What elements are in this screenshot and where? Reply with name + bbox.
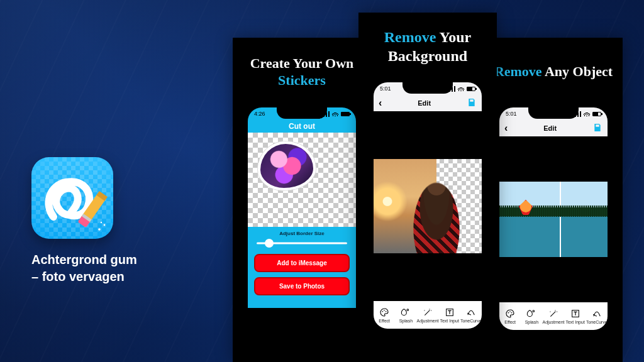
tool-label: Text Input — [440, 319, 458, 323]
tool-text-input[interactable]: Text Input — [439, 301, 460, 329]
tool-splash[interactable]: Splash — [395, 301, 416, 329]
tool-effect[interactable]: Effect — [374, 301, 395, 329]
headline-highlight: Stickers — [278, 72, 326, 88]
controls-panel: Adjust Border Size Add to iMessage Save … — [248, 227, 356, 308]
tool-label: Splash — [399, 319, 413, 323]
phone-notch — [528, 107, 579, 119]
app-name: Achtergrond gum — [31, 253, 137, 266]
promo-card-background: Remove Your Background 5:01 ‹ Edit — [358, 13, 497, 362]
wand-icon — [548, 309, 558, 319]
canvas-area[interactable] — [499, 136, 608, 302]
tool-adjustment[interactable]: Adjustment — [417, 301, 439, 329]
status-time: 5:01 — [380, 85, 391, 92]
sticker-preview[interactable] — [258, 141, 316, 190]
screen-title: Edit — [543, 124, 557, 132]
text-icon — [445, 307, 455, 317]
app-info: Achtergrond gum – foto vervagen — [31, 157, 195, 285]
headline-text: Create Your Own — [250, 55, 354, 71]
treeline — [499, 206, 608, 217]
headline-text: Any Object — [542, 63, 613, 79]
tool-splash[interactable]: Splash — [521, 302, 542, 330]
slider-label: Adjust Border Size — [254, 231, 350, 236]
save-icon[interactable] — [592, 123, 602, 134]
curve-icon — [592, 309, 602, 319]
tool-text-input[interactable]: Text Input — [565, 302, 586, 330]
app-icon — [31, 157, 113, 239]
tool-adjustment[interactable]: Adjustment — [543, 302, 565, 330]
app-subtitle: – foto vervagen — [31, 270, 125, 283]
screen-title: Edit — [418, 99, 431, 107]
screenshots-row: Create Your Own Stickers 4:26 Cut out Ad… — [233, 13, 629, 362]
tool-label: Text Input — [565, 320, 584, 324]
svg-point-15 — [533, 310, 535, 312]
tool-label: Effect — [379, 319, 390, 323]
edit-header: ‹ Edit — [499, 120, 608, 136]
border-size-slider[interactable] — [257, 238, 347, 249]
bottom-toolbar: Effect Splash Adjustment Text Input Tone… — [374, 301, 482, 329]
splash-icon — [401, 307, 411, 317]
tool-label: Adjustment — [543, 320, 565, 324]
back-button[interactable]: ‹ — [504, 123, 508, 134]
save-icon[interactable] — [467, 97, 477, 109]
photo-with-removed-bg — [374, 159, 482, 253]
splash-icon — [526, 309, 536, 319]
back-button[interactable]: ‹ — [379, 97, 382, 109]
canvas-area[interactable] — [374, 111, 482, 301]
screen-title: Cut out — [248, 120, 356, 133]
headline: Remove Any Object — [492, 47, 615, 96]
text-icon — [570, 309, 580, 319]
svg-point-9 — [386, 310, 387, 312]
edit-header: ‹ Edit — [374, 95, 482, 111]
phone-mockup: 4:26 Cut out Adjust Border Size Add to i… — [243, 102, 361, 335]
palette-icon — [379, 307, 389, 317]
svg-point-5 — [104, 224, 106, 226]
curve-icon — [466, 307, 476, 317]
tool-tonecurve[interactable]: ToneCurve — [586, 302, 608, 330]
battery-icon — [341, 112, 350, 116]
wifi-icon — [584, 111, 590, 116]
save-to-photos-button[interactable]: Save to Photos — [254, 277, 350, 295]
slider-thumb[interactable] — [265, 239, 274, 248]
svg-point-7 — [382, 310, 384, 312]
app-icon-glyph — [31, 157, 113, 239]
battery-icon — [592, 112, 601, 116]
promo-card-object: Remove Any Object 5:01 ‹ Edit — [484, 38, 623, 362]
tool-tonecurve[interactable]: ToneCurve — [460, 301, 482, 329]
svg-point-4 — [98, 228, 101, 231]
tool-effect[interactable]: Effect — [499, 302, 521, 330]
bottom-toolbar: Effect Splash Adjustment Text Input Tone… — [499, 302, 608, 330]
svg-point-14 — [511, 312, 513, 313]
headline: Remove Your Background — [366, 22, 489, 71]
svg-point-13 — [509, 311, 511, 312]
tool-label: Splash — [525, 320, 538, 324]
wifi-icon — [332, 111, 338, 116]
headline: Create Your Own Stickers — [240, 47, 364, 96]
photo-compare — [499, 182, 608, 257]
status-time: 4:26 — [254, 111, 265, 117]
phone-mockup: 5:01 ‹ Edit Effect — [369, 77, 487, 334]
tool-label: ToneCurve — [586, 320, 608, 324]
wifi-icon — [458, 86, 464, 91]
wand-icon — [423, 307, 433, 317]
app-title: Achtergrond gum – foto vervagen — [31, 251, 195, 285]
battery-icon — [467, 87, 475, 91]
phone-notch — [277, 107, 327, 119]
svg-point-10 — [407, 309, 409, 310]
tool-label: Effect — [504, 320, 516, 324]
promo-card-stickers: Create Your Own Stickers 4:26 Cut out Ad… — [233, 38, 371, 362]
canvas-area[interactable] — [248, 133, 356, 227]
svg-point-12 — [508, 312, 509, 313]
palette-icon — [505, 309, 515, 319]
headline-highlight: Remove — [384, 29, 436, 45]
svg-point-8 — [384, 310, 385, 311]
svg-point-6 — [101, 222, 102, 223]
headline-highlight: Remove — [494, 63, 542, 79]
status-time: 5:01 — [506, 111, 517, 117]
tool-label: Adjustment — [417, 319, 439, 323]
add-to-imessage-button[interactable]: Add to iMessage — [254, 254, 350, 272]
phone-notch — [402, 82, 453, 94]
phone-mockup: 5:01 ‹ Edit — [494, 102, 613, 335]
tool-label: ToneCurve — [460, 319, 482, 323]
